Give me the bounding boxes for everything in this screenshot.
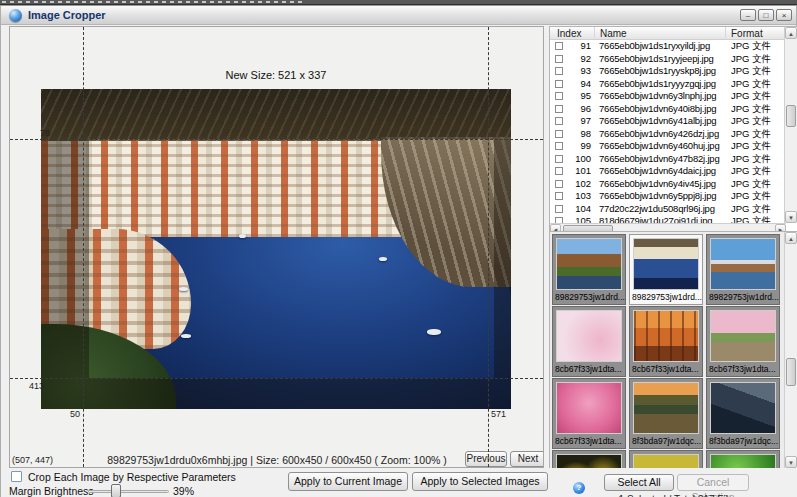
guide-label-top: 76 (24, 128, 50, 138)
apply-to-current-image-button[interactable]: Apply to Current Image (288, 472, 408, 491)
maximize-button[interactable]: □ (758, 9, 774, 21)
row-checkbox[interactable] (555, 42, 563, 50)
row-filename: 7665eb0bjw1dvn6y5ppj8j.jpg (599, 190, 729, 203)
column-header-name[interactable]: Name (600, 27, 627, 40)
scroll-up-icon[interactable]: ▲ (785, 27, 797, 39)
scroll-down-icon[interactable]: ▼ (785, 211, 797, 223)
crop-guide-top[interactable] (10, 139, 543, 140)
row-index: 96 (564, 103, 591, 116)
thumbnail-item[interactable]: 89829753jw1drd... (706, 234, 780, 305)
table-row[interactable]: 997665eb0bjw1dvn6y460huj.jpgJPG 文件 (550, 140, 786, 153)
table-row[interactable]: 967665eb0bjw1dvn6y40i8bj.jpgJPG 文件 (550, 103, 786, 116)
crop-margin-overlay-bottom (41, 378, 511, 409)
thumbnail-item[interactable]: 89829753jw1drd... (629, 234, 703, 305)
table-row[interactable]: 1007665eb0bjw1dvn6y47b82j.jpgJPG 文件 (550, 153, 786, 166)
thumbnail-label: 8cb67f33jw1dta... (555, 364, 625, 374)
apply-to-selected-images-button[interactable]: Apply to Selected Images (412, 472, 548, 491)
row-checkbox[interactable] (555, 180, 563, 188)
row-checkbox[interactable] (555, 105, 563, 113)
scroll-down-icon[interactable]: ▼ (785, 456, 797, 468)
minimize-button[interactable]: – (740, 9, 756, 21)
thumbnail-item[interactable]: 89829753jw1drd... (552, 234, 626, 305)
next-button[interactable]: Next (510, 451, 544, 467)
column-separator[interactable] (725, 27, 726, 38)
cancel-selection-button[interactable]: Cancel Selection (677, 474, 749, 491)
crop-each-checkbox[interactable] (11, 471, 22, 482)
crop-canvas: New Size: 521 x 337 (9, 26, 544, 468)
row-checkbox[interactable] (555, 117, 563, 125)
row-filename: 7665eb0bjw1dvn6y4iv45j.jpg (599, 178, 729, 191)
file-list-header[interactable]: Index Name Format (550, 27, 786, 40)
thumbnail-vscrollbar[interactable]: ▲ ▼ (784, 232, 797, 468)
thumbnail-item[interactable]: 8f3bda97jw1dqc... (706, 378, 780, 449)
margin-brightness-slider[interactable] (88, 490, 169, 493)
previous-button[interactable]: Previous (465, 451, 507, 467)
table-row[interactable]: 1017665eb0bjw1dvn6y4daicj.jpgJPG 文件 (550, 165, 786, 178)
row-checkbox[interactable] (555, 192, 563, 200)
table-row[interactable]: 1037665eb0bjw1dvn6y5ppj8j.jpgJPG 文件 (550, 190, 786, 203)
table-row[interactable]: 947665eb0bjw1ds1ryyyzgqj.jpgJPG 文件 (550, 78, 786, 91)
bottom-control-bar: Crop Each Image by Respective Parameters… (1, 468, 797, 497)
table-row[interactable]: 10477d20c22jw1du508qrl96j.jpgJPG 文件 (550, 203, 786, 216)
row-checkbox[interactable] (555, 55, 563, 63)
row-format: JPG 文件 (731, 65, 785, 78)
row-checkbox[interactable] (555, 167, 563, 175)
thumbnail-item[interactable] (629, 450, 703, 469)
row-checkbox[interactable] (555, 155, 563, 163)
crop-guide-bottom[interactable] (10, 378, 543, 379)
row-index: 95 (564, 90, 591, 103)
row-index: 94 (564, 78, 591, 91)
yellow-field-thumbnail-image (633, 454, 699, 469)
lake-sunset-thumbnail-image (633, 382, 699, 434)
scrollbar-thumb[interactable] (786, 358, 796, 386)
row-checkbox[interactable] (555, 80, 563, 88)
title-bar[interactable]: Image Cropper – □ × (1, 6, 796, 25)
file-list-rows: 917665eb0bjw1ds1ryxyildj.jpgJPG 文件927665… (550, 40, 786, 223)
thumbnail-item[interactable]: 8cb67f33jw1dta... (552, 378, 626, 449)
thumbnail-item[interactable]: 8cb67f33jw1dta... (552, 306, 626, 377)
slider-thumb[interactable] (111, 484, 121, 497)
image-cropper-window: Image Cropper – □ × New Size: 521 x 337 (0, 5, 797, 497)
castle-thumbnail-image (556, 238, 622, 290)
boat (179, 287, 188, 291)
main-photo[interactable] (41, 89, 511, 409)
file-list-panel: Index Name Format 917665eb0bjw1ds1ryxyil… (549, 26, 797, 233)
row-checkbox[interactable] (555, 142, 563, 150)
column-separator[interactable] (594, 27, 595, 38)
thumbnail-item[interactable] (552, 450, 626, 469)
crop-guide-right[interactable] (488, 27, 489, 467)
scrollbar-thumb[interactable] (786, 105, 796, 127)
thumbnail-label: 89829753jw1drd... (555, 292, 625, 302)
table-row[interactable]: 987665eb0bjw1dvn6y426dzj.jpgJPG 文件 (550, 128, 786, 141)
row-checkbox[interactable] (555, 67, 563, 75)
green-forest-thumbnail-image (710, 454, 776, 469)
thumbnail-item[interactable]: 8cb67f33jw1dta... (629, 306, 703, 377)
table-row[interactable]: 927665eb0bjw1ds1ryyjeepj.jpgJPG 文件 (550, 53, 786, 66)
thumbnail-item[interactable] (706, 450, 780, 469)
table-row[interactable]: 105818d6679jw1du27oi91dj.jpgJPG 文件 (550, 215, 786, 223)
row-checkbox[interactable] (555, 205, 563, 213)
select-all-button[interactable]: Select All (604, 474, 674, 491)
row-index: 100 (564, 153, 591, 166)
table-row[interactable]: 917665eb0bjw1ds1ryxyildj.jpgJPG 文件 (550, 40, 786, 53)
row-filename: 818d6679jw1du27oi91dj.jpg (599, 215, 729, 223)
table-row[interactable]: 1027665eb0bjw1dvn6y4iv45j.jpgJPG 文件 (550, 178, 786, 191)
table-row[interactable]: 937665eb0bjw1ds1ryyskp8j.jpgJPG 文件 (550, 65, 786, 78)
table-row[interactable]: 957665eb0bjw1dvn6y3lnphj.jpgJPG 文件 (550, 90, 786, 103)
column-header-index[interactable]: Index (557, 27, 581, 40)
close-button[interactable]: × (776, 9, 792, 21)
row-index: 93 (564, 65, 591, 78)
row-format: JPG 文件 (731, 90, 785, 103)
thumbnail-label: 8cb67f33jw1dta... (709, 364, 779, 374)
file-list-vscrollbar[interactable]: ▲ ▼ (784, 27, 797, 223)
row-checkbox[interactable] (555, 92, 563, 100)
row-filename: 7665eb0bjw1ds1ryyjeepj.jpg (599, 53, 729, 66)
thumbnail-item[interactable]: 8f3bda97jw1dqc... (629, 378, 703, 449)
crop-guide-left[interactable] (83, 27, 84, 467)
help-icon[interactable]: ? (573, 482, 585, 494)
row-checkbox[interactable] (555, 130, 563, 138)
thumbnail-item[interactable]: 8cb67f33jw1dta... (706, 306, 780, 377)
column-header-format[interactable]: Format (731, 27, 763, 40)
table-row[interactable]: 977665eb0bjw1dvn6y41albj.jpgJPG 文件 (550, 115, 786, 128)
scroll-up-icon[interactable]: ▲ (785, 232, 797, 244)
